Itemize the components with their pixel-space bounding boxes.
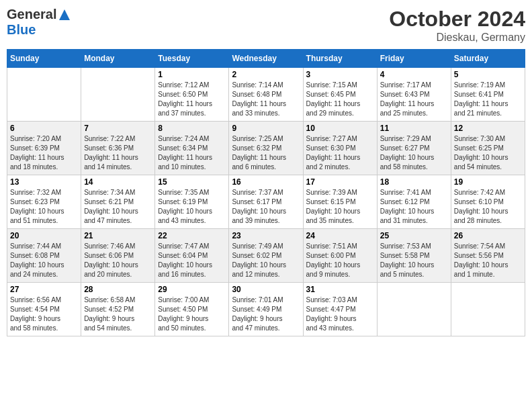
- day-info: Sunrise: 7:32 AM Sunset: 6:23 PM Dayligh…: [10, 188, 78, 226]
- day-number: 8: [158, 124, 226, 133]
- day-info: Sunrise: 7:37 AM Sunset: 6:17 PM Dayligh…: [232, 188, 300, 226]
- day-number: 23: [232, 231, 300, 240]
- day-number: 29: [158, 285, 226, 294]
- day-number: 17: [306, 177, 374, 187]
- table-row: 25Sunrise: 7:53 AM Sunset: 5:58 PM Dayli…: [377, 229, 451, 283]
- day-info: Sunrise: 7:01 AM Sunset: 4:49 PM Dayligh…: [232, 295, 300, 333]
- day-number: 28: [84, 285, 152, 294]
- table-row: 1Sunrise: 7:12 AM Sunset: 6:50 PM Daylig…: [155, 68, 229, 122]
- day-info: Sunrise: 7:27 AM Sunset: 6:30 PM Dayligh…: [306, 134, 374, 172]
- day-info: Sunrise: 7:20 AM Sunset: 6:39 PM Dayligh…: [10, 134, 78, 172]
- day-number: 20: [10, 231, 78, 240]
- day-number: 4: [380, 70, 448, 79]
- day-info: Sunrise: 7:42 AM Sunset: 6:10 PM Dayligh…: [454, 188, 522, 226]
- header-sunday: Sunday: [7, 50, 81, 68]
- day-number: 12: [454, 124, 522, 133]
- day-info: Sunrise: 7:19 AM Sunset: 6:41 PM Dayligh…: [454, 81, 522, 118]
- day-number: 22: [158, 231, 226, 240]
- table-row: 22Sunrise: 7:47 AM Sunset: 6:04 PM Dayli…: [155, 229, 229, 283]
- day-info: Sunrise: 7:22 AM Sunset: 6:36 PM Dayligh…: [84, 134, 152, 172]
- day-number: 14: [84, 177, 152, 187]
- logo-blue-text: Blue: [7, 22, 36, 38]
- table-row: 23Sunrise: 7:49 AM Sunset: 6:02 PM Dayli…: [229, 229, 303, 283]
- calendar-week-row: 6Sunrise: 7:20 AM Sunset: 6:39 PM Daylig…: [7, 122, 525, 175]
- table-row: 15Sunrise: 7:35 AM Sunset: 6:19 PM Dayli…: [155, 175, 229, 229]
- day-info: Sunrise: 7:34 AM Sunset: 6:21 PM Dayligh…: [84, 188, 152, 226]
- table-row: [377, 283, 451, 336]
- table-row: 20Sunrise: 7:44 AM Sunset: 6:08 PM Dayli…: [7, 229, 81, 283]
- header-thursday: Thursday: [303, 50, 377, 68]
- svg-marker-0: [59, 9, 70, 20]
- table-row: 19Sunrise: 7:42 AM Sunset: 6:10 PM Dayli…: [451, 175, 525, 229]
- day-info: Sunrise: 7:15 AM Sunset: 6:45 PM Dayligh…: [306, 81, 374, 118]
- table-row: 9Sunrise: 7:25 AM Sunset: 6:32 PM Daylig…: [229, 122, 303, 175]
- day-number: 11: [380, 124, 448, 133]
- table-row: 30Sunrise: 7:01 AM Sunset: 4:49 PM Dayli…: [229, 283, 303, 336]
- day-number: 21: [84, 231, 152, 240]
- day-number: 2: [232, 70, 300, 79]
- table-row: 14Sunrise: 7:34 AM Sunset: 6:21 PM Dayli…: [81, 175, 155, 229]
- calendar-week-row: 27Sunrise: 6:56 AM Sunset: 4:54 PM Dayli…: [7, 283, 525, 336]
- day-number: 10: [306, 124, 374, 133]
- day-info: Sunrise: 7:51 AM Sunset: 6:00 PM Dayligh…: [306, 242, 374, 279]
- day-number: 1: [158, 70, 226, 79]
- day-info: Sunrise: 7:03 AM Sunset: 4:47 PM Dayligh…: [306, 295, 374, 333]
- day-info: Sunrise: 7:14 AM Sunset: 6:48 PM Dayligh…: [232, 81, 300, 118]
- table-row: [81, 68, 155, 122]
- day-info: Sunrise: 6:58 AM Sunset: 4:52 PM Dayligh…: [84, 295, 152, 333]
- table-row: 5Sunrise: 7:19 AM Sunset: 6:41 PM Daylig…: [451, 68, 525, 122]
- day-info: Sunrise: 7:44 AM Sunset: 6:08 PM Dayligh…: [10, 242, 78, 279]
- day-info: Sunrise: 7:29 AM Sunset: 6:27 PM Dayligh…: [380, 134, 448, 172]
- day-info: Sunrise: 7:35 AM Sunset: 6:19 PM Dayligh…: [158, 188, 226, 226]
- table-row: [451, 283, 525, 336]
- table-row: 7Sunrise: 7:22 AM Sunset: 6:36 PM Daylig…: [81, 122, 155, 175]
- day-number: 3: [306, 70, 374, 79]
- day-number: 7: [84, 124, 152, 133]
- day-info: Sunrise: 7:46 AM Sunset: 6:06 PM Dayligh…: [84, 242, 152, 279]
- day-number: 6: [10, 124, 78, 133]
- header-friday: Friday: [377, 50, 451, 68]
- table-row: 4Sunrise: 7:17 AM Sunset: 6:43 PM Daylig…: [377, 68, 451, 122]
- table-row: 13Sunrise: 7:32 AM Sunset: 6:23 PM Dayli…: [7, 175, 81, 229]
- day-info: Sunrise: 7:25 AM Sunset: 6:32 PM Dayligh…: [232, 134, 300, 172]
- calendar-table: Sunday Monday Tuesday Wednesday Thursday…: [7, 49, 525, 336]
- day-number: 25: [380, 231, 448, 240]
- header-saturday: Saturday: [451, 50, 525, 68]
- table-row: 8Sunrise: 7:24 AM Sunset: 6:34 PM Daylig…: [155, 122, 229, 175]
- header-tuesday: Tuesday: [155, 50, 229, 68]
- table-row: 28Sunrise: 6:58 AM Sunset: 4:52 PM Dayli…: [81, 283, 155, 336]
- day-info: Sunrise: 7:00 AM Sunset: 4:50 PM Dayligh…: [158, 295, 226, 333]
- table-row: 3Sunrise: 7:15 AM Sunset: 6:45 PM Daylig…: [303, 68, 377, 122]
- day-number: 24: [306, 231, 374, 240]
- calendar-week-row: 13Sunrise: 7:32 AM Sunset: 6:23 PM Dayli…: [7, 175, 525, 229]
- day-info: Sunrise: 7:30 AM Sunset: 6:25 PM Dayligh…: [454, 134, 522, 172]
- table-row: 26Sunrise: 7:54 AM Sunset: 5:56 PM Dayli…: [451, 229, 525, 283]
- day-number: 13: [10, 177, 78, 187]
- day-info: Sunrise: 7:39 AM Sunset: 6:15 PM Dayligh…: [306, 188, 374, 226]
- day-number: 30: [232, 285, 300, 294]
- calendar-week-row: 1Sunrise: 7:12 AM Sunset: 6:50 PM Daylig…: [7, 68, 525, 122]
- table-row: 11Sunrise: 7:29 AM Sunset: 6:27 PM Dayli…: [377, 122, 451, 175]
- table-row: 29Sunrise: 7:00 AM Sunset: 4:50 PM Dayli…: [155, 283, 229, 336]
- table-row: 21Sunrise: 7:46 AM Sunset: 6:06 PM Dayli…: [81, 229, 155, 283]
- day-number: 5: [454, 70, 522, 79]
- day-info: Sunrise: 7:41 AM Sunset: 6:12 PM Dayligh…: [380, 188, 448, 226]
- day-info: Sunrise: 7:17 AM Sunset: 6:43 PM Dayligh…: [380, 81, 448, 118]
- logo-general-text: General: [7, 7, 56, 22]
- table-row: 6Sunrise: 7:20 AM Sunset: 6:39 PM Daylig…: [7, 122, 81, 175]
- day-number: 15: [158, 177, 226, 187]
- day-number: 9: [232, 124, 300, 133]
- day-number: 27: [10, 285, 78, 294]
- table-row: 24Sunrise: 7:51 AM Sunset: 6:00 PM Dayli…: [303, 229, 377, 283]
- calendar-week-row: 20Sunrise: 7:44 AM Sunset: 6:08 PM Dayli…: [7, 229, 525, 283]
- title-area: October 2024 Dieskau, Germany: [389, 7, 525, 44]
- table-row: 17Sunrise: 7:39 AM Sunset: 6:15 PM Dayli…: [303, 175, 377, 229]
- table-row: 16Sunrise: 7:37 AM Sunset: 6:17 PM Dayli…: [229, 175, 303, 229]
- day-number: 26: [454, 231, 522, 240]
- location-text: Dieskau, Germany: [389, 32, 525, 44]
- day-info: Sunrise: 7:24 AM Sunset: 6:34 PM Dayligh…: [158, 134, 226, 172]
- month-title: October 2024: [389, 7, 525, 32]
- day-info: Sunrise: 7:47 AM Sunset: 6:04 PM Dayligh…: [158, 242, 226, 279]
- day-number: 18: [380, 177, 448, 187]
- table-row: 27Sunrise: 6:56 AM Sunset: 4:54 PM Dayli…: [7, 283, 81, 336]
